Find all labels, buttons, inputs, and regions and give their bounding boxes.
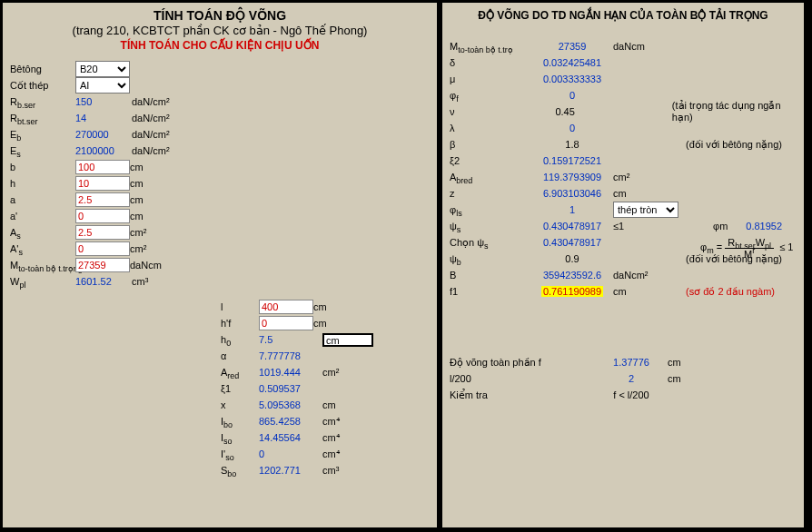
field-label: Mto-toàn bộ t.trọng [10, 260, 75, 271]
field-label: ν [450, 106, 527, 117]
field-value: 0.430478917 [531, 221, 613, 232]
field-value: 1601.52 [75, 276, 132, 287]
field-row: Sbo1202.771cm³ [221, 462, 373, 478]
field-value: 359423592.6 [531, 270, 613, 281]
field-label: Abred [450, 172, 531, 182]
field-unit: cm² [130, 227, 181, 238]
field-unit: daNcm [613, 41, 686, 52]
field-label: ξ2 [450, 155, 531, 166]
select-input[interactable]: thép tròn [613, 202, 678, 218]
field-label: Cốt thép [10, 80, 75, 92]
field-value: 150 [75, 96, 132, 107]
field-label: Wpl [10, 276, 75, 287]
unit-box-selected[interactable]: cm [322, 333, 373, 347]
field-value: 0.430478917 [531, 237, 613, 248]
field-label: φls [450, 204, 531, 215]
summary-unit: cm [668, 357, 740, 368]
select-input[interactable]: AI [75, 77, 130, 94]
field-label: Rb.ser [10, 96, 75, 107]
summary-label: Kiểm tra [450, 389, 595, 401]
field-value: 119.3793909 [531, 172, 613, 182]
field-row: μ0.003333333 [450, 71, 797, 87]
summary-row: l/2002cm [450, 370, 797, 387]
field-value: 0.761190989 [531, 286, 613, 297]
summary-value: f < l/200 [595, 389, 668, 400]
field-row: BêtôngB20 [10, 61, 430, 77]
field-row: ψs0.430478917≤1φm0.81952 [450, 218, 797, 234]
field-row: ξ10.509537 [221, 380, 373, 397]
summary-value: 1.37776 [595, 357, 668, 368]
field-row: hcm [10, 175, 430, 192]
field-unit: daNcm [130, 260, 181, 271]
text-input[interactable] [75, 176, 130, 191]
field-label: Iso [221, 432, 259, 443]
summary-label: l/200 [450, 373, 595, 384]
field-label: Eb [10, 129, 75, 140]
title-sub: (trang 210, KCBTCT phần CK cơ bản - Ngô … [10, 24, 430, 37]
text-input[interactable] [259, 300, 313, 314]
field-row: Ibo865.4258cm⁴ [221, 413, 373, 429]
field-row: z6.903103046cm [450, 185, 797, 202]
field-label: ψs [450, 221, 531, 232]
field-value: 2100000 [75, 145, 132, 156]
title-red: TÍNH TOÁN CHO CẤU KIỆN CHỊU UỐN [10, 39, 430, 52]
field-unit: cm³ [132, 276, 183, 287]
field-row: ν0.45(tải trọng tác dụng ngắn hạn) [450, 103, 797, 120]
field-row: Ared1019.444cm² [221, 364, 373, 380]
field-label: z [450, 188, 531, 199]
summary-unit: cm [668, 373, 740, 384]
text-input[interactable] [75, 209, 130, 223]
select-input[interactable]: B20 [75, 61, 130, 77]
field-label: As [10, 227, 75, 238]
text-input[interactable] [75, 241, 130, 256]
field-unit: cm² [613, 172, 686, 182]
field-label: h0 [221, 334, 259, 345]
left-panel: TÍNH TOÁN ĐỘ VÕNG (trang 210, KCBTCT phầ… [2, 2, 438, 528]
field-label: ψb [450, 253, 531, 264]
summary-value: 2 [595, 373, 668, 384]
field-row: Rbt.ser14daN/cm² [10, 110, 430, 126]
field-value: 7.777778 [259, 350, 322, 361]
text-input[interactable] [75, 225, 130, 240]
field-label: λ [450, 123, 531, 133]
field-label: Ibo [221, 416, 259, 427]
text-input[interactable] [75, 192, 130, 207]
field-row: α7.777778 [221, 348, 373, 364]
field-label: I'so [221, 448, 259, 459]
field-row: Iso14.45564cm⁴ [221, 429, 373, 446]
field-value: 270000 [75, 129, 132, 140]
field-row: h'fcm [221, 315, 373, 331]
field-label: φf [450, 90, 531, 101]
field-unit: cm² [322, 367, 359, 378]
summary-label: Độ võng toàn phần f [450, 357, 595, 369]
field-row: Mto-toàn bộ t.trọ27359daNcm [450, 38, 797, 54]
field-row: acm [10, 192, 430, 208]
left-col2: lcmh'fcmh07.5cmα7.777778Ared1019.444cm²ξ… [221, 299, 373, 478]
field-value: 1 [531, 204, 613, 215]
field-label: B [450, 270, 531, 281]
text-input[interactable] [75, 160, 130, 174]
right-panel: ĐỘ VÕNG DO TD NGẮN HẠN CỦA TOÀN BỘ TẢI T… [441, 2, 805, 528]
field-row: Ascm² [10, 224, 430, 241]
field-note: (đối với bêtông nặng) [686, 139, 782, 151]
field-unit: daN/cm² [132, 96, 183, 107]
field-row: x5.095368cm [221, 397, 373, 413]
field-label: ξ1 [221, 383, 259, 394]
field-unit: cm [613, 286, 686, 297]
field-label: A's [10, 243, 75, 254]
field-unit: cm [130, 178, 181, 189]
field-label: h [10, 178, 75, 189]
text-input[interactable] [259, 316, 313, 330]
field-value: 0.032425481 [531, 57, 613, 68]
field-row: Es2100000daN/cm² [10, 143, 430, 159]
field-value: 6.903103046 [531, 188, 613, 199]
text-input[interactable] [75, 258, 130, 272]
field-value: 14 [75, 113, 132, 123]
field-label: f1 [450, 286, 531, 297]
field-label: Sbo [221, 465, 259, 476]
summary-row: Độ võng toàn phần f1.37776cm [450, 354, 797, 370]
field-label: β [450, 139, 531, 150]
field-value: 865.4258 [259, 416, 322, 427]
field-row: a'cm [10, 208, 430, 224]
field-unit: daN/cm² [132, 145, 183, 156]
